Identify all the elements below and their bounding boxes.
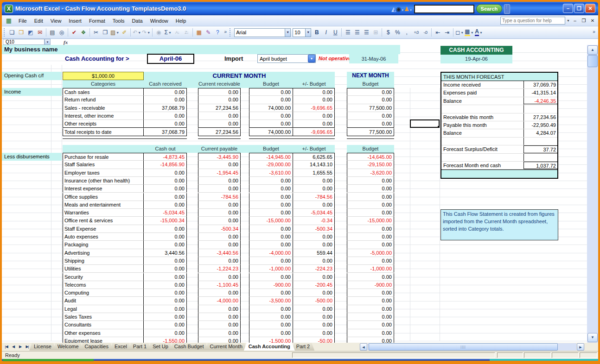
cell[interactable]: 0.00	[347, 241, 394, 249]
cell[interactable]: -5,000.00	[347, 249, 394, 257]
autosum-icon[interactable]: Σ▼	[163, 28, 172, 37]
cell[interactable]: 0.00	[144, 265, 187, 273]
cell[interactable]: -5,034.45	[293, 209, 335, 217]
cut-icon[interactable]: ✂	[91, 28, 101, 37]
cell[interactable]: 0.00	[293, 120, 335, 128]
import-label[interactable]: Import	[224, 55, 243, 62]
cell[interactable]: 0.00	[249, 193, 293, 201]
sheet-tab-part-1[interactable]: Part 1	[128, 343, 151, 351]
forecast-label[interactable]: Receivable this month	[441, 113, 524, 121]
cell[interactable]: 27,234.56	[198, 128, 241, 136]
cell[interactable]: -15,000.00	[249, 217, 293, 225]
cell[interactable]: 77,500.00	[347, 104, 394, 112]
cell[interactable]: 0.00	[249, 120, 293, 128]
cell[interactable]: 0.00	[198, 217, 241, 225]
cell[interactable]: -784.56	[198, 193, 241, 201]
paste-icon[interactable]: ▨▼	[110, 28, 120, 37]
search-button[interactable]: Search	[476, 4, 502, 13]
cell[interactable]: -9,696.65	[293, 104, 335, 112]
cell[interactable]: 0.00	[198, 201, 241, 209]
cell[interactable]: 14,143.10	[293, 161, 335, 169]
chevron-down-icon[interactable]: ▼	[285, 29, 290, 37]
cell[interactable]: -900.00	[347, 281, 394, 289]
cell[interactable]: -200.45	[293, 281, 335, 289]
next-date-cell[interactable]: 31-May-06	[349, 54, 398, 63]
cell[interactable]: 3,440.56	[144, 249, 187, 257]
forecast-label[interactable]: Balance	[441, 129, 524, 137]
cell[interactable]: -14,856.90	[144, 161, 187, 169]
cell[interactable]: 0.00	[293, 233, 335, 241]
restore-button[interactable]: ❐	[574, 4, 584, 13]
cell[interactable]: -9,696.65	[293, 128, 335, 136]
hyperlink-icon[interactable]: ◉	[154, 28, 163, 37]
cell[interactable]: 0.00	[293, 273, 335, 281]
business-name-cell[interactable]: My business name	[2, 45, 400, 54]
cell[interactable]: 0.00	[144, 185, 187, 193]
cell[interactable]: 0.00	[249, 329, 293, 337]
scroll-left-icon[interactable]: ◀	[360, 343, 367, 351]
cell[interactable]: -29,150.00	[347, 161, 394, 169]
font-name-combo[interactable]: Arial ▼	[234, 28, 291, 37]
cell[interactable]: Interest expense	[63, 185, 144, 193]
cell[interactable]: -1,000.00	[347, 265, 394, 273]
cell[interactable]: Staff Salaries	[63, 161, 144, 169]
cell[interactable]: 0.00	[249, 241, 293, 249]
save-icon[interactable]: ◩	[26, 28, 35, 37]
cell[interactable]: 0.00	[293, 313, 335, 321]
chevron-down-icon[interactable]: ▼	[147, 31, 150, 34]
cell[interactable]: 0.00	[347, 233, 394, 241]
column-header[interactable]: Cash out	[155, 145, 175, 153]
cell[interactable]: 0.00	[293, 241, 335, 249]
cell[interactable]: 0.00	[144, 289, 187, 297]
badge-date-cell[interactable]: 19-Apr-06	[440, 55, 512, 63]
cell[interactable]: Office rent & services	[63, 217, 144, 225]
cell[interactable]: 77,500.00	[347, 128, 394, 136]
cell[interactable]: 0.00	[198, 112, 241, 120]
cell[interactable]: -3,440.56	[198, 249, 241, 257]
cell[interactable]: Staff Expense	[63, 225, 144, 233]
cell[interactable]: -4,000.00	[249, 249, 293, 257]
cell[interactable]: Sales - receivable	[63, 104, 144, 112]
forecast-value[interactable]: 27,234.56	[524, 113, 557, 121]
cell[interactable]: -14,645.00	[347, 153, 394, 161]
income-section-label[interactable]: Income	[2, 88, 62, 96]
cell[interactable]: 0.00	[198, 321, 241, 329]
cell[interactable]: 0.00	[293, 257, 335, 265]
menu-format[interactable]: Format	[85, 16, 109, 25]
sheet-tab-current-month[interactable]: Current Month	[205, 343, 247, 351]
cell[interactable]: 0.00	[293, 329, 335, 337]
forecast-value[interactable]	[524, 154, 557, 161]
import-combo[interactable]: April budget ▼	[257, 54, 316, 63]
cell[interactable]: 0.00	[198, 273, 241, 281]
forecast-value[interactable]: -4,246.35	[524, 97, 557, 105]
cell[interactable]: 0.00	[249, 257, 293, 265]
cell[interactable]: 0.00	[198, 161, 241, 169]
menu-file[interactable]: File	[15, 16, 31, 25]
cell[interactable]: 0.00	[198, 177, 241, 185]
menu-data[interactable]: Data	[128, 16, 146, 25]
cell[interactable]: 0.00	[144, 329, 187, 337]
underline-icon[interactable]: U	[331, 28, 340, 37]
cell[interactable]: 0.00	[249, 88, 293, 96]
cell[interactable]: 0.00	[249, 225, 293, 233]
column-header[interactable]: Categories	[91, 80, 115, 88]
cell[interactable]: 0.00	[249, 209, 293, 217]
cell[interactable]: 0.00	[347, 201, 394, 209]
toolbar-options-icon[interactable]: »	[222, 27, 229, 38]
chevron-down-icon[interactable]: ▼	[471, 31, 474, 34]
cell[interactable]: 0.00	[144, 233, 187, 241]
print-preview-icon[interactable]: ◎	[57, 28, 66, 37]
column-header[interactable]: Current receivable	[198, 80, 240, 88]
cell[interactable]: -1,100.45	[198, 281, 241, 289]
cell[interactable]: -1,954.45	[198, 169, 241, 177]
cell[interactable]: Advertising	[63, 249, 144, 257]
decrease-indent-icon[interactable]: ⇤	[433, 28, 442, 37]
cell[interactable]: Auto expenses	[63, 233, 144, 241]
forecast-value[interactable]	[524, 105, 557, 113]
next-tab-button[interactable]: ▶	[17, 344, 24, 350]
new-icon[interactable]: ❏	[7, 28, 17, 37]
cell[interactable]: 0.00	[347, 88, 394, 96]
cell[interactable]: -50.00	[293, 337, 335, 343]
forecast-label[interactable]	[441, 154, 524, 161]
sheet-tab-cash-budget[interactable]: Cash Budget	[170, 343, 209, 351]
